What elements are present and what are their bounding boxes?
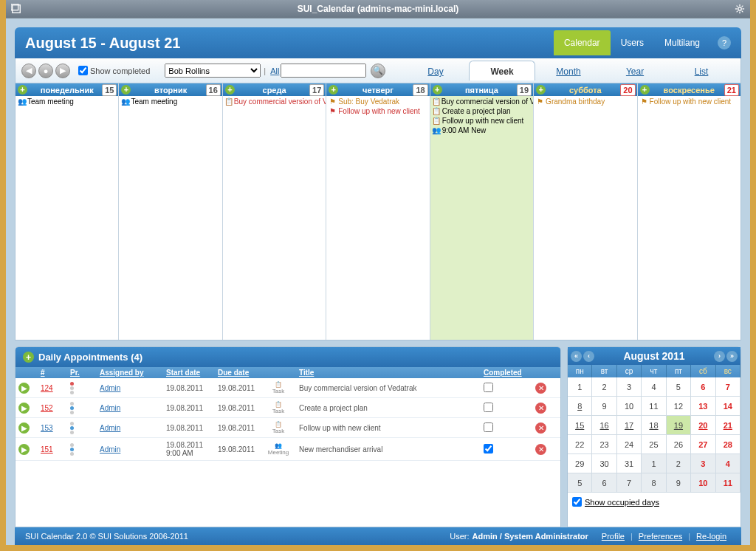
completed-cell[interactable] (484, 403, 535, 414)
event-item[interactable]: 👥Team meeting (119, 97, 221, 106)
calendar-day-cell[interactable]: 1 (568, 377, 592, 397)
goto-icon[interactable]: ▶ (18, 422, 30, 434)
user-select[interactable]: Bob Rollins (165, 64, 261, 78)
calendar-day-cell[interactable]: 22 (568, 435, 592, 454)
delete-icon[interactable]: ✕ (535, 403, 546, 414)
search-input[interactable] (281, 64, 366, 78)
calendar-day-cell[interactable]: 4 (716, 454, 740, 473)
calendar-day-cell[interactable]: 28 (716, 435, 740, 454)
calendar-day-cell[interactable]: 6 (592, 473, 616, 493)
event-item[interactable]: 📋Create a project plan (430, 106, 533, 116)
completed-cell[interactable] (484, 422, 535, 434)
completed-cell[interactable] (484, 444, 535, 455)
assigned-by[interactable]: Admin (100, 404, 166, 412)
calendar-day-cell[interactable]: 11 (642, 397, 666, 416)
view-day[interactable]: Day (402, 61, 469, 81)
assigned-by[interactable]: Admin (100, 384, 166, 392)
relogin-link[interactable]: Re-login (696, 532, 726, 541)
completed-checkbox[interactable] (484, 403, 493, 412)
calendar-day-cell[interactable]: 17 (617, 416, 642, 435)
event-item[interactable]: ⚑Follow up with new client (326, 106, 429, 116)
view-year[interactable]: Year (602, 61, 668, 81)
add-event-icon[interactable]: + (18, 85, 27, 95)
calendar-day-cell[interactable]: 11 (716, 473, 740, 493)
mini-next-month-icon[interactable]: › (714, 351, 725, 362)
calendar-day-cell[interactable]: 4 (642, 377, 666, 397)
calendar-day-cell[interactable]: 29 (568, 454, 592, 473)
calendar-day-cell[interactable]: 6 (691, 377, 715, 397)
delete-icon[interactable]: ✕ (535, 383, 546, 394)
calendar-day-cell[interactable]: 7 (716, 377, 740, 397)
nav-users[interactable]: Users (611, 30, 654, 55)
calendar-day-cell[interactable]: 10 (617, 397, 642, 416)
event-item[interactable]: 📋Follow up with new client (430, 116, 533, 126)
calendar-day-cell[interactable]: 2 (592, 377, 616, 397)
calendar-day-cell[interactable]: 13 (691, 397, 715, 416)
calendar-day-cell[interactable]: 1 (642, 454, 666, 473)
assigned-by[interactable]: Admin (100, 424, 166, 432)
window-menu-icon[interactable] (9, 1, 24, 16)
calendar-day-cell[interactable]: 7 (617, 473, 642, 493)
appointment-number[interactable]: 124 (41, 384, 70, 392)
calendar-day-cell[interactable]: 8 (568, 397, 592, 416)
event-item[interactable]: 📋Buy commercial version of Vedatrak (430, 97, 533, 106)
gear-icon[interactable] (732, 1, 747, 16)
event-item[interactable]: ⚑Sub: Buy Vedatrak (326, 97, 429, 106)
calendar-day-cell[interactable]: 21 (716, 416, 740, 435)
calendar-day-cell[interactable]: 12 (667, 397, 691, 416)
mini-prev-month-icon[interactable]: ‹ (583, 351, 594, 362)
appointment-number[interactable]: 152 (41, 404, 70, 412)
goto-icon[interactable]: ▶ (18, 403, 30, 414)
add-event-icon[interactable]: + (640, 85, 650, 95)
delete-icon[interactable]: ✕ (535, 444, 546, 455)
day-column[interactable]: +вторник16👥Team meeting (119, 83, 222, 340)
day-column[interactable]: +понедельник15👥Team meeting (16, 83, 119, 340)
calendar-day-cell[interactable]: 18 (642, 416, 666, 435)
today-button[interactable]: ● (38, 64, 53, 78)
event-item[interactable]: ⚑Grandma birthday (534, 97, 636, 106)
calendar-day-cell[interactable]: 30 (592, 454, 616, 473)
calendar-day-cell[interactable]: 8 (642, 473, 666, 493)
view-month[interactable]: Month (535, 61, 602, 81)
event-item[interactable]: 👥Team meeting (16, 97, 118, 106)
profile-link[interactable]: Profile (602, 532, 625, 541)
nav-multilang[interactable]: Multilang (654, 30, 710, 55)
day-column[interactable]: +пятница19📋Buy commercial version of Ved… (430, 83, 534, 340)
completed-cell[interactable] (484, 383, 535, 394)
next-button[interactable]: ▶ (55, 64, 70, 78)
calendar-day-cell[interactable]: 24 (617, 435, 642, 454)
mini-next-year-icon[interactable]: » (726, 351, 738, 362)
calendar-day-cell[interactable]: 14 (716, 397, 740, 416)
calendar-day-cell[interactable]: 16 (592, 416, 616, 435)
mini-prev-year-icon[interactable]: « (571, 351, 582, 362)
calendar-day-cell[interactable]: 27 (691, 435, 715, 454)
help-icon[interactable]: ? (718, 36, 731, 49)
completed-checkbox[interactable] (484, 422, 493, 432)
calendar-day-cell[interactable]: 23 (592, 435, 616, 454)
goto-icon[interactable]: ▶ (18, 444, 30, 455)
appointment-number[interactable]: 151 (41, 445, 70, 454)
all-users-link[interactable]: All (270, 66, 279, 75)
calendar-day-cell[interactable]: 31 (617, 454, 642, 473)
day-column[interactable]: +четверг18⚑Sub: Buy Vedatrak⚑Follow up w… (326, 83, 430, 340)
add-event-icon[interactable]: + (329, 85, 338, 95)
event-item[interactable]: ⚑Follow up with new client (638, 97, 740, 106)
day-column[interactable]: +среда17📋Buy commercial version of Vedat… (223, 83, 326, 340)
event-item[interactable]: 📋Buy commercial version of Vedatrak (223, 97, 326, 106)
calendar-day-cell[interactable]: 10 (691, 473, 715, 493)
preferences-link[interactable]: Preferences (639, 532, 682, 541)
calendar-day-cell[interactable]: 25 (642, 435, 666, 454)
calendar-day-cell[interactable]: 5 (667, 377, 691, 397)
delete-icon[interactable]: ✕ (535, 422, 546, 434)
day-column[interactable]: +суббота20⚑Grandma birthday (534, 83, 637, 340)
calendar-day-cell[interactable]: 19 (667, 416, 691, 435)
add-event-icon[interactable]: + (121, 85, 131, 95)
show-completed-checkbox[interactable] (78, 66, 88, 75)
show-occupied-checkbox[interactable] (572, 497, 582, 507)
completed-checkbox[interactable] (484, 383, 493, 392)
calendar-day-cell[interactable]: 15 (568, 416, 592, 435)
add-appointment-icon[interactable]: + (23, 352, 34, 363)
nav-calendar[interactable]: Calendar (554, 30, 611, 55)
prev-button[interactable]: ◀ (21, 64, 36, 78)
assigned-by[interactable]: Admin (100, 445, 166, 454)
